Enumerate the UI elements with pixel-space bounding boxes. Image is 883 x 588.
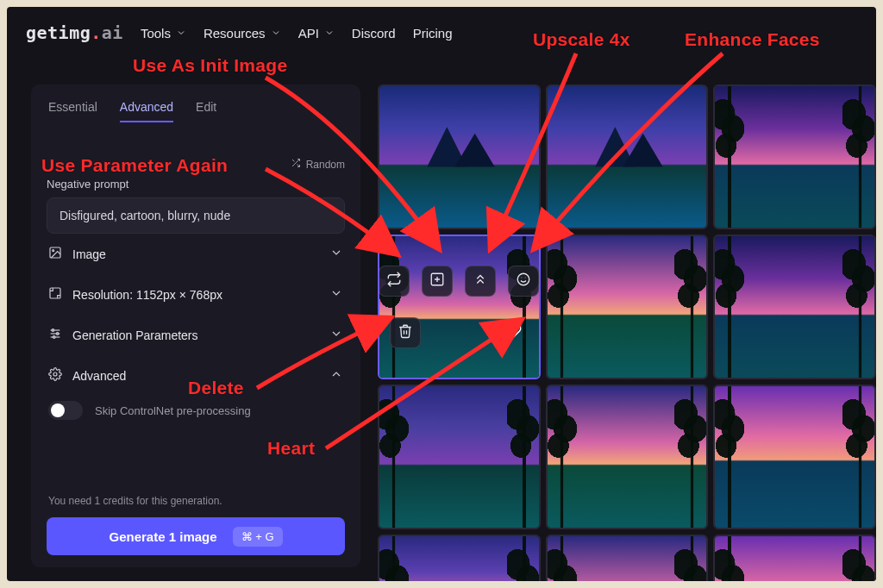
credits-note: You need 1 credits for this generation.	[47, 488, 345, 517]
top-nav: getimg.ai Tools Resources API Discord Pr…	[7, 7, 876, 59]
random-row[interactable]: Random	[47, 158, 345, 171]
tab-essential[interactable]: Essential	[48, 100, 97, 122]
gallery	[378, 84, 876, 581]
svg-marker-14	[455, 134, 495, 167]
use-as-init-image-button[interactable]	[422, 266, 453, 297]
resolution-icon	[48, 286, 62, 303]
nav-discord-label: Discord	[352, 26, 396, 41]
gear-icon	[48, 367, 62, 384]
thumbnail[interactable]	[713, 535, 876, 581]
negative-prompt-label: Negative prompt	[47, 178, 345, 191]
image-plus-icon	[429, 272, 445, 291]
enhance-faces-button[interactable]	[508, 266, 539, 297]
svg-point-4	[53, 250, 54, 252]
acc-resolution[interactable]: Resolution: 1152px × 768px	[47, 274, 345, 315]
acc-resolution-label: Resolution: 1152px × 768px	[72, 288, 222, 302]
skip-controlnet-row: Skip ControlNet pre-processing	[47, 396, 345, 428]
logo-name: getimg	[26, 22, 91, 43]
nav-resources-label: Resources	[204, 26, 266, 41]
acc-advanced[interactable]: Advanced	[47, 355, 345, 396]
acc-gen-params-label: Generation Parameters	[72, 328, 198, 342]
nav-api-label: API	[298, 26, 319, 41]
delete-button[interactable]	[390, 317, 421, 348]
generate-button-label: Generate 1 image	[110, 529, 217, 544]
trash-icon	[398, 323, 413, 342]
thumbnail-selected[interactable]	[378, 235, 541, 379]
thumbnail[interactable]	[378, 84, 541, 229]
chevron-down-icon	[329, 327, 343, 343]
tab-edit[interactable]: Edit	[196, 100, 216, 122]
nav-pricing-label: Pricing	[413, 26, 453, 41]
thumbnail[interactable]	[546, 385, 709, 529]
settings-panel: Essential Advanced Edit Random Negative …	[31, 84, 360, 567]
logo-suffix: ai	[102, 22, 123, 43]
svg-point-20	[518, 273, 530, 285]
svg-point-12	[53, 372, 57, 376]
upscale-4x-button[interactable]	[465, 266, 496, 297]
svg-marker-16	[623, 134, 662, 167]
generate-shortcut: ⌘ + G	[233, 527, 283, 547]
logo[interactable]: getimg.ai	[26, 22, 123, 43]
acc-advanced-label: Advanced	[72, 369, 126, 383]
nav-discord[interactable]: Discord	[352, 26, 396, 41]
chevron-down-icon	[329, 246, 343, 262]
skip-controlnet-toggle[interactable]	[48, 401, 83, 420]
acc-image[interactable]: Image	[47, 234, 345, 274]
chevron-down-icon	[271, 26, 281, 41]
negative-prompt-input[interactable]	[47, 197, 345, 234]
logo-dot: .	[91, 22, 102, 43]
thumbnail[interactable]	[378, 535, 541, 581]
thumbnail[interactable]	[713, 235, 876, 379]
chevron-up-icon	[329, 367, 343, 384]
tab-advanced[interactable]: Advanced	[120, 100, 173, 122]
thumbnail[interactable]	[713, 84, 876, 229]
random-label: Random	[306, 159, 345, 171]
svg-rect-5	[50, 288, 60, 298]
thumbnail[interactable]	[546, 235, 709, 379]
image-icon	[48, 246, 62, 262]
heart-icon	[504, 322, 522, 343]
acc-image-label: Image	[72, 247, 106, 261]
thumbnail-toolbar	[379, 236, 539, 378]
chevron-down-icon	[329, 286, 343, 303]
chevron-down-icon	[324, 26, 335, 41]
smile-icon	[516, 272, 531, 291]
nav-tools-label: Tools	[141, 26, 171, 41]
generate-button[interactable]: Generate 1 image ⌘ + G	[47, 517, 345, 555]
thumbnail[interactable]	[546, 535, 709, 581]
acc-gen-params[interactable]: Generation Parameters	[47, 315, 345, 355]
thumbnail[interactable]	[378, 385, 541, 529]
thumbnail[interactable]	[546, 84, 709, 229]
nav-pricing[interactable]: Pricing	[413, 26, 453, 41]
chevron-down-icon	[176, 26, 186, 41]
chevrons-up-icon	[473, 272, 488, 291]
skip-controlnet-label: Skip ControlNet pre-processing	[95, 404, 251, 417]
heart-button[interactable]	[498, 317, 529, 348]
sliders-icon	[48, 327, 62, 343]
shuffle-icon	[291, 158, 301, 171]
svg-line-2	[292, 160, 295, 162]
nav-resources[interactable]: Resources	[204, 26, 281, 41]
thumbnail[interactable]	[713, 385, 876, 529]
panel-tabs: Essential Advanced Edit	[47, 95, 345, 132]
repeat-icon	[386, 272, 402, 291]
nav-tools[interactable]: Tools	[141, 26, 186, 41]
nav-api[interactable]: API	[298, 26, 335, 41]
use-parameter-again-button[interactable]	[379, 266, 410, 297]
